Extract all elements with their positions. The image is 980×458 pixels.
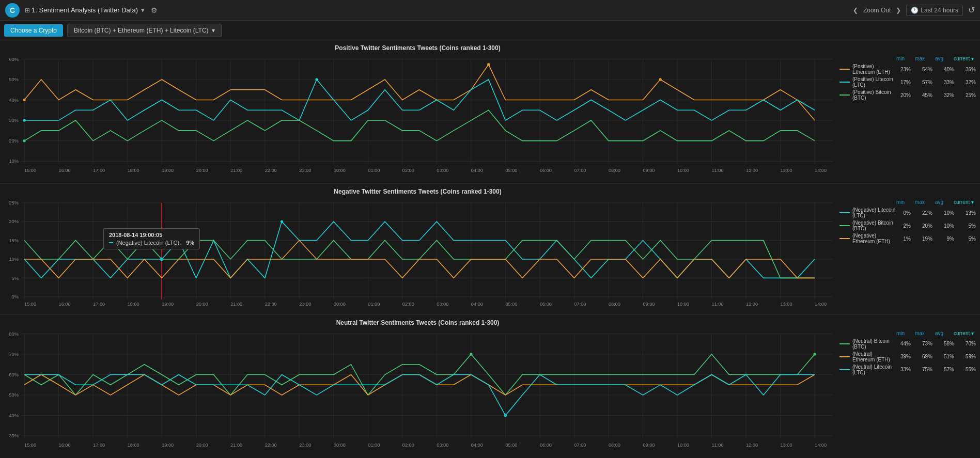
svg-text:10:00: 10:00 [677, 168, 689, 173]
svg-point-128 [281, 220, 283, 223]
negative-chart-area: Negative Twitter Sentiments Tweets (Coin… [0, 184, 835, 314]
positive-legend-panel: min max avg current ▾ (Positive) Ethereu… [835, 40, 980, 183]
svg-text:04:00: 04:00 [471, 443, 483, 448]
gear-icon[interactable]: ⚙ [151, 6, 158, 14]
svg-text:11:00: 11:00 [712, 443, 724, 448]
svg-text:22:00: 22:00 [265, 301, 277, 307]
svg-text:20:00: 20:00 [196, 168, 208, 173]
svg-text:04:00: 04:00 [471, 168, 483, 173]
svg-text:08:00: 08:00 [609, 443, 620, 448]
svg-text:15%: 15% [9, 238, 19, 243]
svg-text:03:00: 03:00 [437, 168, 448, 173]
svg-point-63 [23, 119, 26, 121]
neutral-chart-area: Neutral Twitter Sentiments Tweets (Coins… [0, 315, 835, 458]
legend-item-eth-neutral: (Neutral) Ethereum (ETH) 39% 69% 51% 59% [839, 351, 976, 362]
svg-text:16:00: 16:00 [59, 301, 71, 307]
svg-text:18:00: 18:00 [128, 301, 139, 307]
dashboard-title: 1. Sentiment Analysis (Twitter Data) ▾ [32, 6, 145, 14]
svg-text:30%: 30% [9, 118, 18, 123]
positive-chart-canvas: 60% 50% 40% 30% 20% 10% 15:00 16:00 17:0… [0, 54, 835, 177]
svg-text:20:00: 20:00 [196, 443, 208, 448]
svg-text:03:00: 03:00 [437, 443, 448, 448]
crypto-select-dropdown[interactable]: Bitcoin (BTC) + Ethereum (ETH) + Litecoi… [67, 24, 222, 37]
svg-text:08:00: 08:00 [609, 168, 620, 173]
grid-icon: ⊞ [25, 7, 30, 14]
svg-text:07:00: 07:00 [574, 301, 586, 307]
positive-chart-svg: 60% 50% 40% 30% 20% 10% 15:00 16:00 17:0… [0, 54, 835, 177]
svg-text:03:00: 03:00 [437, 301, 448, 307]
negative-chart-section: Negative Twitter Sentiments Tweets (Coin… [0, 184, 980, 314]
ltc-neutral-line-indicator [839, 369, 850, 370]
svg-text:19:00: 19:00 [162, 301, 174, 307]
legend-item-btc-positive: (Positive) Bitcoin (BTC) 20% 45% 32% 25% [839, 89, 976, 101]
title-section: ⊞ 1. Sentiment Analysis (Twitter Data) ▾… [25, 6, 853, 14]
svg-text:17:00: 17:00 [93, 301, 105, 307]
zoom-right-button[interactable]: ❯ [896, 7, 901, 14]
toolbar: Choose a Crypto Bitcoin (BTC) + Ethereum… [0, 21, 980, 40]
svg-text:13:00: 13:00 [781, 168, 792, 173]
refresh-button[interactable]: ↺ [968, 5, 975, 15]
svg-text:15:00: 15:00 [24, 443, 36, 448]
negative-legend-panel: min max avg current ▾ (Negative) Litecoi… [835, 184, 980, 314]
svg-text:40%: 40% [9, 98, 18, 103]
svg-text:10%: 10% [9, 159, 18, 164]
neutral-chart-section: Neutral Twitter Sentiments Tweets (Coins… [0, 315, 980, 458]
svg-text:16:00: 16:00 [59, 443, 71, 448]
svg-text:13:00: 13:00 [781, 443, 792, 448]
neutral-legend-header: min max avg current ▾ [839, 330, 976, 336]
svg-text:23:00: 23:00 [299, 168, 311, 173]
svg-text:00:00: 00:00 [334, 168, 346, 173]
svg-text:60%: 60% [9, 372, 18, 377]
svg-text:19:00: 19:00 [162, 443, 174, 448]
svg-text:80%: 80% [9, 331, 18, 336]
svg-text:18:00: 18:00 [128, 443, 139, 448]
zoom-out-button[interactable]: Zoom Out [863, 7, 891, 14]
ltc-negative-line-indicator [839, 212, 850, 213]
negative-chart-canvas: 25% 20% 15% 10% 5% 0% 15:00 16:00 17:00 … [0, 197, 835, 308]
svg-text:22:00: 22:00 [265, 443, 277, 448]
svg-point-191 [814, 353, 816, 355]
svg-text:06:00: 06:00 [540, 301, 552, 307]
negative-legend-header: min max avg current ▾ [839, 199, 976, 205]
svg-text:50%: 50% [9, 392, 18, 398]
svg-text:07:00: 07:00 [574, 443, 586, 448]
negative-chart-title: Negative Twitter Sentiments Tweets (Coin… [0, 188, 835, 195]
svg-text:50%: 50% [9, 77, 18, 82]
svg-text:01:00: 01:00 [368, 168, 380, 173]
svg-text:20:00: 20:00 [196, 301, 208, 307]
svg-text:02:00: 02:00 [402, 301, 414, 307]
svg-text:07:00: 07:00 [574, 168, 586, 173]
btc-neutral-line-indicator [839, 343, 850, 344]
clock-icon: 🕐 [911, 7, 919, 14]
svg-text:60%: 60% [9, 56, 18, 61]
time-range-label: 🕐 Last 24 hours [906, 5, 963, 16]
svg-text:22:00: 22:00 [265, 168, 277, 173]
svg-point-64 [315, 78, 318, 81]
neutral-legend-panel: min max avg current ▾ (Neutral) Bitcoin … [835, 315, 980, 458]
svg-text:20%: 20% [9, 219, 19, 225]
choose-crypto-button[interactable]: Choose a Crypto [4, 24, 63, 37]
svg-text:17:00: 17:00 [93, 168, 105, 173]
legend-item-eth-negative: (Negative) Ethereum (ETH) 1% 19% 9% 5% [839, 233, 976, 244]
svg-text:14:00: 14:00 [815, 168, 827, 173]
svg-point-127 [160, 258, 163, 261]
svg-point-189 [470, 353, 472, 355]
svg-text:15:00: 15:00 [24, 301, 36, 307]
app-logo: C [5, 3, 20, 18]
svg-text:09:00: 09:00 [643, 301, 655, 307]
svg-text:05:00: 05:00 [505, 301, 517, 307]
svg-text:13:00: 13:00 [781, 301, 792, 307]
svg-text:14:00: 14:00 [815, 443, 827, 448]
svg-text:12:00: 12:00 [746, 443, 758, 448]
negative-chart-svg: 25% 20% 15% 10% 5% 0% 15:00 16:00 17:00 … [0, 197, 835, 308]
svg-text:12:00: 12:00 [746, 168, 758, 173]
svg-text:00:00: 00:00 [334, 301, 346, 307]
svg-text:40%: 40% [9, 413, 18, 418]
main-content: Positive Twitter Sentiments Tweets (Coin… [0, 40, 980, 458]
zoom-left-button[interactable]: ❮ [853, 7, 858, 14]
neutral-chart-canvas: 80% 70% 60% 50% 40% 30% 15:00 16:00 17:0… [0, 328, 835, 452]
legend-item-btc-neutral: (Neutral) Bitcoin (BTC) 44% 73% 58% 70% [839, 338, 976, 350]
legend-item-ltc-negative: (Negative) Litecoin (LTC) 0% 22% 10% 13% [839, 207, 976, 218]
eth-neutral-line-indicator [839, 356, 850, 357]
svg-text:21:00: 21:00 [230, 301, 242, 307]
